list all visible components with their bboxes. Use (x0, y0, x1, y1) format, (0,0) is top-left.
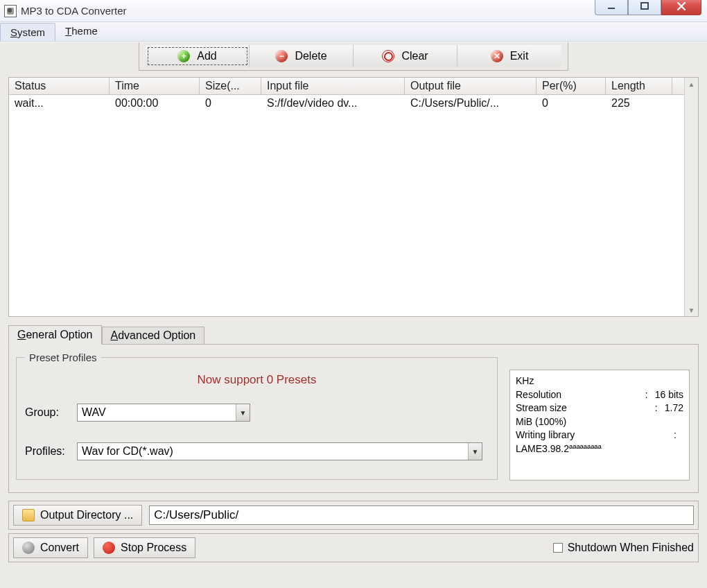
info-line: MiB (100%) (516, 415, 683, 429)
info-key: Stream size (516, 401, 655, 415)
close-button[interactable] (661, 0, 701, 15)
add-button[interactable]: + Add (146, 45, 250, 67)
tab-advanced[interactable]: Advanced Option (102, 327, 205, 345)
tab-panel-general: Preset Profiles Now support 0 Presets Gr… (8, 344, 699, 493)
info-line: LAME3.98.2ªªªªªªªªª (516, 442, 683, 456)
group-combo[interactable]: WAV ▼ (77, 404, 250, 422)
menu-theme[interactable]: Theme (55, 22, 107, 41)
stop-process-button[interactable]: Stop Process (94, 537, 195, 558)
tabstrip: General Option Advanced Option (8, 325, 699, 345)
clear-icon (382, 50, 394, 62)
scroll-up-icon[interactable]: ▲ (685, 78, 698, 90)
checkbox-box[interactable] (553, 543, 563, 553)
add-label: Add (197, 50, 216, 62)
group-value: WAV (78, 405, 236, 420)
delete-button[interactable]: − Delete (250, 45, 354, 67)
window-controls (595, 0, 701, 15)
clear-label: Clear (401, 50, 428, 62)
toolbar: + Add − Delete Clear ✕ Exit (139, 42, 568, 71)
shutdown-checkbox[interactable]: Shutdown When Finished (553, 542, 694, 554)
tab-general[interactable]: General Option (8, 325, 102, 345)
cell-length: 225 (606, 95, 672, 112)
col-time[interactable]: Time (110, 78, 200, 94)
profiles-value: Wav for CD(*.wav) (78, 444, 468, 459)
stop-icon (103, 542, 115, 554)
cell-size: 0 (200, 95, 261, 112)
output-bar: Output Directory ... C:/Users/Public/ (8, 501, 699, 530)
output-directory-button[interactable]: Output Directory ... (13, 505, 142, 526)
preset-support-text: Now support 0 Presets (25, 373, 489, 387)
minus-icon: − (275, 50, 288, 62)
col-input[interactable]: Input file (261, 78, 405, 94)
convert-label: Convert (40, 542, 79, 554)
info-key: Resolution (516, 388, 645, 402)
col-size[interactable]: Size(... (200, 78, 261, 94)
list-scrollbar[interactable]: ▲ ▼ (684, 78, 698, 316)
cell-input: S:/f/dev/video dv... (261, 95, 405, 112)
media-info-box: KHz Resolution:16 bits Stream size:1.72 … (509, 370, 690, 481)
chevron-down-icon[interactable]: ▼ (468, 443, 482, 460)
output-path-field[interactable]: C:/Users/Public/ (149, 505, 694, 525)
convert-icon (22, 542, 35, 554)
output-directory-label: Output Directory ... (40, 509, 133, 521)
info-line: KHz (516, 374, 683, 388)
info-key: Writing library (516, 429, 674, 442)
preset-profiles-group: Preset Profiles Now support 0 Presets Gr… (16, 352, 498, 480)
preset-legend: Preset Profiles (25, 352, 101, 363)
shutdown-label: Shutdown When Finished (568, 542, 694, 554)
table-row[interactable]: wait... 00:00:00 0 S:/f/dev/video dv... … (9, 95, 698, 112)
exit-button[interactable]: ✕ Exit (457, 45, 561, 67)
col-length[interactable]: Length (606, 78, 672, 94)
convert-button[interactable]: Convert (13, 537, 88, 558)
options-tabs: General Option Advanced Option Preset Pr… (8, 325, 699, 493)
plus-icon: + (177, 50, 190, 62)
menu-system[interactable]: System (0, 23, 55, 41)
window-title: MP3 to CDA Converter (21, 5, 127, 17)
chevron-down-icon[interactable]: ▼ (236, 404, 250, 421)
col-per[interactable]: Per(%) (536, 78, 606, 94)
titlebar: MP3 to CDA Converter (0, 0, 707, 22)
clear-button[interactable]: Clear (354, 45, 457, 67)
workspace: + Add − Delete Clear ✕ Exit Status Time … (0, 42, 707, 588)
minimize-button[interactable] (595, 0, 628, 15)
col-status[interactable]: Status (9, 78, 110, 94)
delete-label: Delete (295, 50, 326, 62)
col-output[interactable]: Output file (405, 78, 536, 94)
folder-icon (22, 509, 35, 521)
file-list: Status Time Size(... Input file Output f… (8, 77, 699, 317)
close-icon: ✕ (491, 50, 503, 62)
svg-rect-0 (608, 8, 615, 9)
profiles-label: Profiles: (25, 445, 77, 458)
maximize-button[interactable] (628, 0, 661, 15)
info-val: 16 bits (655, 388, 683, 402)
cell-output: C:/Users/Public/... (405, 95, 536, 112)
profiles-combo[interactable]: Wav for CD(*.wav) ▼ (77, 442, 482, 460)
list-header: Status Time Size(... Input file Output f… (9, 78, 698, 95)
cell-status: wait... (9, 95, 110, 112)
scroll-down-icon[interactable]: ▼ (685, 304, 698, 316)
cell-per: 0 (536, 95, 606, 112)
action-bar: Convert Stop Process Shutdown When Finis… (8, 533, 699, 562)
svg-rect-1 (641, 3, 648, 9)
stop-label: Stop Process (121, 542, 186, 554)
exit-label: Exit (510, 50, 529, 62)
app-icon (4, 5, 17, 17)
cell-time: 00:00:00 (110, 95, 200, 112)
menubar: System Theme (0, 22, 707, 42)
info-val: 1.72 (665, 401, 683, 415)
group-label: Group: (25, 406, 77, 419)
